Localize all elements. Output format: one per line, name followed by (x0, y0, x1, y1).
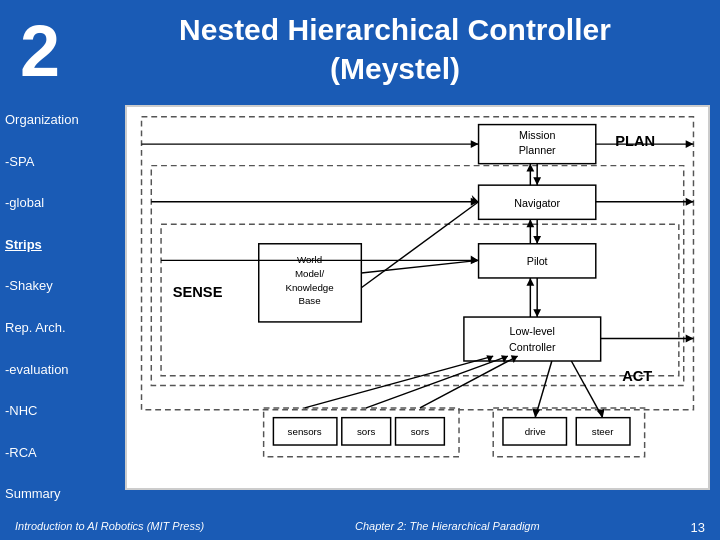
svg-text:Knowledge: Knowledge (285, 282, 333, 293)
svg-text:Pilot: Pilot (527, 255, 548, 267)
svg-text:Low-level: Low-level (510, 325, 555, 337)
svg-text:drive: drive (525, 426, 546, 437)
svg-text:steer: steer (592, 426, 614, 437)
footer: Introduction to AI Robotics (MIT Press) … (0, 520, 720, 535)
svg-rect-14 (464, 317, 601, 361)
main-diagram: SENSE PLAN ACT Mission Planner Navigator… (125, 105, 710, 490)
svg-text:sors: sors (411, 426, 430, 437)
svg-text:ACT: ACT (622, 368, 652, 384)
svg-text:Controller: Controller (509, 341, 556, 353)
footer-center: Chapter 2: The Hierarchical Paradigm (355, 520, 540, 535)
slide-number: 2 (20, 10, 60, 92)
sidebar-item-spa[interactable]: -SPA (5, 152, 115, 173)
sidebar-item-organization[interactable]: Organization (5, 110, 115, 131)
svg-text:Navigator: Navigator (514, 197, 560, 209)
svg-text:Mission: Mission (519, 129, 555, 141)
svg-text:Model/: Model/ (295, 268, 325, 279)
sidebar-item-shakey[interactable]: -Shakey (5, 276, 115, 297)
svg-text:sors: sors (357, 426, 376, 437)
sidebar-item-rep-arch[interactable]: Rep. Arch. (5, 318, 115, 339)
footer-left: Introduction to AI Robotics (MIT Press) (15, 520, 204, 535)
sidebar-item-global[interactable]: -global (5, 193, 115, 214)
sidebar-item-strips[interactable]: Strips (5, 235, 115, 256)
sidebar: Organization -SPA -global Strips -Shakey… (5, 110, 115, 505)
sidebar-item-evaluation[interactable]: -evaluation (5, 360, 115, 381)
svg-text:PLAN: PLAN (615, 133, 655, 149)
sidebar-item-nhc[interactable]: -NHC (5, 401, 115, 422)
svg-text:Base: Base (298, 295, 320, 306)
sidebar-item-rca[interactable]: -RCA (5, 443, 115, 464)
diagram-svg: SENSE PLAN ACT Mission Planner Navigator… (127, 107, 708, 488)
sidebar-item-summary[interactable]: Summary (5, 484, 115, 505)
slide-container: 2 Nested Hierarchical Controller (Meyste… (0, 0, 720, 540)
svg-text:SENSE: SENSE (173, 285, 223, 301)
footer-page: 13 (691, 520, 705, 535)
svg-text:sensors: sensors (288, 426, 322, 437)
svg-text:Planner: Planner (519, 144, 556, 156)
slide-title: Nested Hierarchical Controller (Meystel) (90, 10, 700, 88)
